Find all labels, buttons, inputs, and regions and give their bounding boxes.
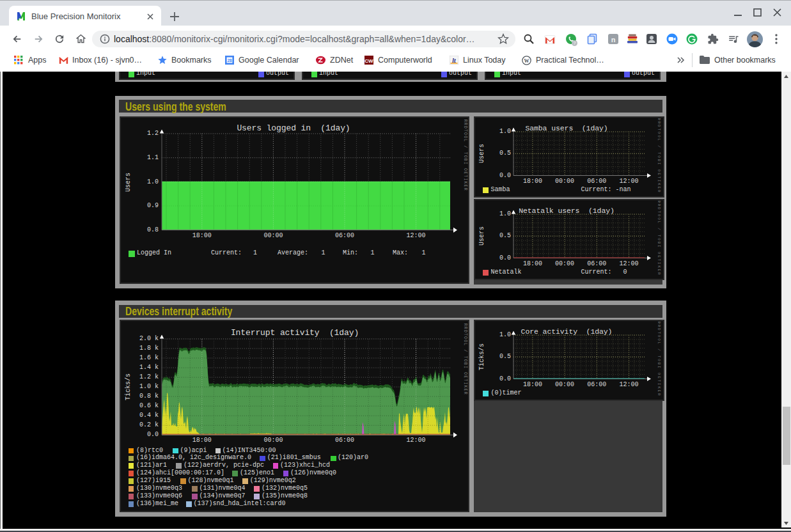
svg-text:n: n — [611, 36, 616, 43]
svg-text:?: ? — [574, 41, 576, 45]
svg-text:28: 28 — [227, 58, 232, 63]
svg-text:CW: CW — [364, 58, 373, 64]
svg-text:W: W — [524, 58, 529, 64]
